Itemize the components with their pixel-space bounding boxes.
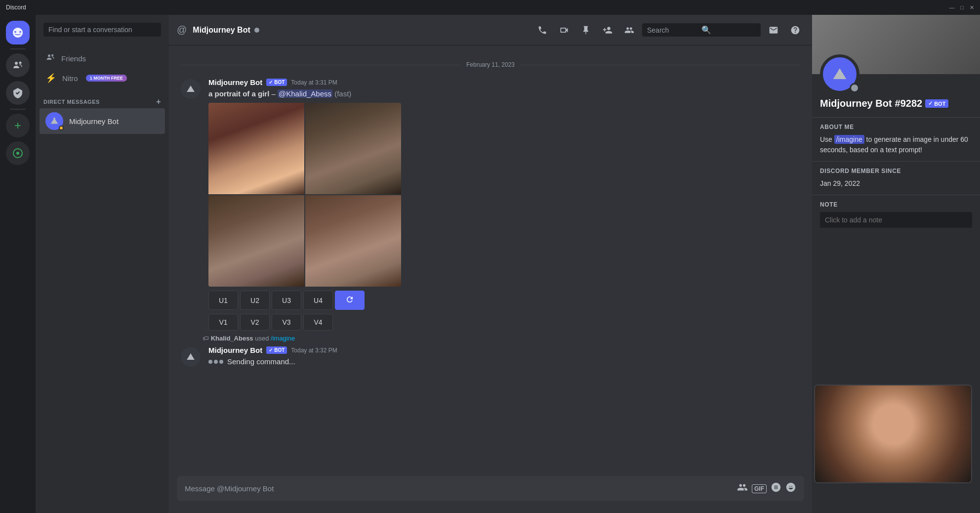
imagine-command: /imagine xyxy=(834,135,864,144)
video-overlay xyxy=(814,385,972,483)
message-text: a portrait of a girl – @Khalid_Abess (fa… xyxy=(208,88,800,99)
pin-button[interactable] xyxy=(577,21,595,39)
bot-label-2: BOT xyxy=(274,347,285,353)
text-separator: – xyxy=(272,89,278,98)
message-input[interactable] xyxy=(185,484,731,493)
channel-name-area: Midjourney Bot xyxy=(193,26,259,35)
system-username: Khalid_Abess xyxy=(211,335,253,342)
members-list-button[interactable] xyxy=(620,21,638,39)
dm-nav-section: Friends ⚡ Nitro 1 MONTH FREE xyxy=(36,41,169,89)
channel-at-icon: @ xyxy=(177,24,187,36)
message-row: Midjourney Bot ✓ BOT Today at 3:31 PM a … xyxy=(169,76,812,333)
dm-item-midjourney[interactable]: Midjourney Bot xyxy=(40,108,165,134)
member-since-section: DISCORD MEMBER SINCE Jan 29, 2022 xyxy=(812,161,980,195)
minimize-btn[interactable]: — xyxy=(949,4,954,11)
dm-search-area xyxy=(36,15,169,41)
member-since-title: DISCORD MEMBER SINCE xyxy=(820,168,972,174)
note-section: NOTE xyxy=(812,195,980,234)
generated-image-grid xyxy=(208,103,401,287)
sending-message-author: Midjourney Bot xyxy=(208,346,262,354)
people-icon[interactable] xyxy=(737,482,748,495)
profile-banner xyxy=(812,15,980,74)
svg-point-5 xyxy=(51,54,53,56)
image-cell-1[interactable] xyxy=(208,103,304,194)
add-friend-button[interactable] xyxy=(599,21,616,39)
friends-nav-icon[interactable] xyxy=(6,53,30,77)
v4-button[interactable]: V4 xyxy=(303,314,333,331)
message-text-prefix: a portrait of a girl xyxy=(208,89,269,98)
v1-button[interactable]: V1 xyxy=(208,314,238,331)
window-controls[interactable]: — □ ✕ xyxy=(949,4,974,11)
bot-badge: ✓ BOT xyxy=(266,79,287,86)
discord-home-button[interactable] xyxy=(6,21,30,44)
u3-button[interactable]: U3 xyxy=(272,291,301,310)
image-cell-4[interactable] xyxy=(305,195,401,287)
maximize-btn[interactable]: □ xyxy=(960,4,964,11)
friends-nav-item[interactable]: Friends xyxy=(40,48,165,69)
v3-button[interactable]: V3 xyxy=(272,314,301,331)
dot-2 xyxy=(214,360,218,364)
about-me-section: ABOUT ME Use /imagine to generate an ima… xyxy=(812,117,980,161)
sending-dots xyxy=(208,360,223,364)
channel-name-text: Midjourney Bot xyxy=(193,26,250,35)
sending-message-row: Midjourney Bot ✓ BOT Today at 3:32 PM xyxy=(169,344,812,369)
phone-call-button[interactable] xyxy=(533,21,551,39)
gif-button[interactable]: GIF xyxy=(752,484,767,493)
emoji-button[interactable] xyxy=(785,482,796,495)
video-person xyxy=(815,385,971,482)
user-mention: @Khalid_Abess xyxy=(278,89,332,98)
image-cell-2[interactable] xyxy=(305,103,401,194)
u2-button[interactable]: U2 xyxy=(240,291,270,310)
close-btn[interactable]: ✕ xyxy=(970,4,974,11)
date-separator: February 11, 2023 xyxy=(181,61,800,68)
message-search-box[interactable]: Search 🔍 xyxy=(642,23,761,37)
check-icon-profile: ✓ xyxy=(928,100,933,107)
add-server-icon[interactable]: + xyxy=(6,114,30,137)
online-status-dot xyxy=(254,28,259,33)
bot-badge-2: ✓ BOT xyxy=(266,346,287,354)
sending-message-content: Midjourney Bot ✓ BOT Today at 3:32 PM xyxy=(208,346,800,367)
check-icon: ✓ xyxy=(269,80,273,85)
nitro-nav-item[interactable]: ⚡ Nitro 1 MONTH FREE xyxy=(40,69,165,87)
dm-header-label: DIRECT MESSAGES xyxy=(43,99,100,105)
about-text-prefix: Use xyxy=(820,135,834,143)
video-call-button[interactable] xyxy=(555,21,573,39)
bot-label: BOT xyxy=(274,80,285,85)
u1-button[interactable]: U1 xyxy=(208,291,238,310)
inbox-button[interactable] xyxy=(765,21,782,39)
dm-item-name: Midjourney Bot xyxy=(69,117,119,126)
header-actions: Search 🔍 xyxy=(533,21,804,39)
input-actions: GIF xyxy=(737,482,796,495)
dm-list: Midjourney Bot xyxy=(36,108,169,513)
variation-buttons: V1 V2 V3 V4 xyxy=(208,314,800,331)
sending-timestamp: Today at 3:32 PM xyxy=(291,347,337,354)
system-message: 🏷 Khalid_Abess used /imagine xyxy=(169,333,812,344)
find-conversation-input[interactable] xyxy=(43,23,161,37)
note-input[interactable] xyxy=(820,212,972,228)
midjourney-avatar xyxy=(45,112,63,130)
add-dm-button[interactable]: + xyxy=(156,97,161,106)
sticker-button[interactable] xyxy=(771,482,781,495)
profile-discriminator: #9282 xyxy=(895,98,923,109)
image-cell-3[interactable] xyxy=(208,195,304,287)
v2-button[interactable]: V2 xyxy=(240,314,270,331)
svg-point-4 xyxy=(48,54,50,57)
search-icon: 🔍 xyxy=(701,25,756,35)
check-icon-2: ✓ xyxy=(269,347,273,353)
nitro-badge: 1 MONTH FREE xyxy=(86,75,127,82)
note-title: NOTE xyxy=(820,201,972,208)
about-me-title: ABOUT ME xyxy=(820,124,972,130)
nitro-label: Nitro xyxy=(62,74,78,83)
profile-name-line: Midjourney Bot #9282 ✓ BOT xyxy=(820,98,972,109)
svg-point-3 xyxy=(16,152,19,155)
dm-sidebar: Friends ⚡ Nitro 1 MONTH FREE DIRECT MESS… xyxy=(36,15,169,513)
explore-servers-icon[interactable] xyxy=(6,141,30,165)
message-timestamp: Today at 3:31 PM xyxy=(291,79,337,86)
nav-divider xyxy=(10,48,26,49)
nitro-nav-icon[interactable] xyxy=(6,81,30,105)
reload-button[interactable] xyxy=(335,291,365,310)
message-header: Midjourney Bot ✓ BOT Today at 3:31 PM xyxy=(208,78,800,86)
sending-message-header: Midjourney Bot ✓ BOT Today at 3:32 PM xyxy=(208,346,800,354)
u4-button[interactable]: U4 xyxy=(303,291,333,310)
help-button[interactable] xyxy=(786,21,804,39)
